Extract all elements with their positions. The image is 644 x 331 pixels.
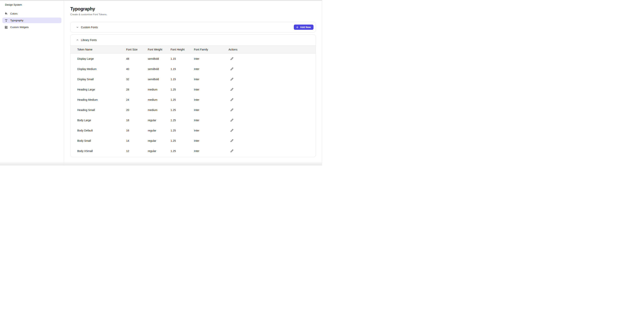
font-family-cell: Inter [194,149,228,153]
actions-cell [228,108,316,112]
custom-fonts-panel: Custom Fonts Add New [70,22,316,33]
actions-cell [228,57,316,61]
widgets-plus-icon [5,26,8,29]
font-family-cell: Inter [194,88,228,91]
column-header: Font Size [126,48,148,51]
font-weight-cell: semiBold [148,57,170,60]
font-weight-cell: medium [148,98,170,101]
table-row: Body Default 16 regular 1.25 Inter [70,125,316,136]
font-size-cell: 16 [126,129,148,132]
sidebar-item-colors[interactable]: Colors [2,11,62,17]
font-size-cell: 18 [126,119,148,122]
font-height-cell: 1.25 [170,139,194,142]
column-header: Actions [228,48,316,51]
page-subtitle: Create & customise Font Tokens. [70,13,316,16]
table-row: Body Large 18 regular 1.25 Inter [70,115,316,125]
pencil-icon [230,109,233,111]
page-title: Typography [70,7,316,12]
font-family-cell: Inter [194,129,228,132]
table-body: Display Large 48 semiBold 1.15 Inter Dis… [70,54,316,156]
sidebar-item-custom-widgets[interactable]: Custom Widgets [2,24,62,30]
edit-button[interactable] [230,78,234,81]
token-name-cell: Heading Large [77,88,126,91]
edit-button[interactable] [230,129,234,132]
add-new-button[interactable]: Add New [294,25,314,30]
main-content: Typography Create & customise Font Token… [64,1,322,165]
font-weight-cell: regular [148,139,170,142]
font-height-cell: 1.25 [170,98,194,101]
font-weight-cell: regular [148,119,170,122]
actions-cell [228,119,316,122]
actions-cell [228,149,316,153]
edit-button[interactable] [230,139,234,143]
font-size-cell: 14 [126,139,148,142]
font-height-cell: 1.15 [170,68,194,71]
font-family-cell: Inter [194,57,228,60]
token-name-cell: Body XSmall [77,149,126,153]
token-name-cell: Body Large [77,119,126,122]
edit-button[interactable] [230,67,234,71]
pencil-icon [230,119,233,122]
table-row: Display Medium 40 semiBold 1.15 Inter [70,64,316,74]
font-height-cell: 1.25 [170,129,194,132]
token-name-cell: Display Medium [77,68,126,71]
chevron-up-icon[interactable] [76,39,78,41]
custom-fonts-section-label[interactable]: Custom Fonts [81,26,98,29]
font-height-cell: 1.15 [170,57,194,60]
table-row: Display Small 32 semiBold 1.15 Inter [70,74,316,84]
sidebar-title: Design System [2,3,62,7]
table-row: Heading Small 20 medium 1.25 Inter [70,105,316,115]
font-family-cell: Inter [194,98,228,101]
font-weight-cell: semiBold [148,78,170,81]
font-height-cell: 1.25 [170,119,194,122]
table-row: Heading Medium 24 medium 1.25 Inter [70,95,316,105]
sidebar-item-label: Custom Widgets [10,26,28,29]
edit-button[interactable] [230,57,234,61]
table-row: Heading Large 28 medium 1.25 Inter [70,84,316,95]
font-weight-cell: semiBold [148,68,170,71]
sidebar: Design System Colors Typography Custom W… [0,1,64,165]
font-size-cell: 48 [126,57,148,60]
pencil-icon [230,88,233,91]
token-name-cell: Display Small [77,78,126,81]
chevron-down-icon[interactable] [76,26,78,29]
edit-button[interactable] [230,149,234,153]
pencil-icon [230,78,233,81]
font-size-cell: 32 [126,78,148,81]
sidebar-nav: Colors Typography Custom Widgets [2,11,62,30]
actions-cell [228,129,316,132]
font-height-cell: 1.25 [170,88,194,91]
font-family-cell: Inter [194,139,228,142]
font-family-cell: Inter [194,68,228,71]
pencil-icon [230,139,233,142]
column-header: Token Name [77,48,126,51]
font-weight-cell: medium [148,109,170,112]
sidebar-item-typography[interactable]: Typography [2,18,62,23]
edit-button[interactable] [230,108,234,112]
library-fonts-panel: Library Fonts Token Name Font Size Font … [70,35,316,157]
table-row: Display Large 48 semiBold 1.15 Inter [70,54,316,64]
font-weight-cell: regular [148,129,170,132]
edit-button[interactable] [230,98,234,102]
token-name-cell: Heading Small [77,109,126,112]
font-size-cell: 24 [126,98,148,101]
table-header-row: Token Name Font Size Font Weight Font He… [70,46,316,54]
actions-cell [228,78,316,81]
actions-cell [228,139,316,143]
library-fonts-section-label[interactable]: Library Fonts [81,39,97,42]
text-icon [5,19,8,22]
font-size-cell: 20 [126,109,148,112]
font-height-cell: 1.25 [170,149,194,153]
edit-button[interactable] [230,88,234,91]
token-name-cell: Body Default [77,129,126,132]
font-height-cell: 1.25 [170,109,194,112]
token-name-cell: Heading Medium [77,98,126,101]
sidebar-item-label: Colors [10,12,18,15]
token-name-cell: Display Large [77,57,126,60]
actions-cell [228,67,316,71]
font-family-cell: Inter [194,109,228,112]
font-size-cell: 28 [126,88,148,91]
edit-button[interactable] [230,119,234,122]
pencil-icon [230,57,233,60]
table-row: Body Small 14 regular 1.25 Inter [70,136,316,146]
